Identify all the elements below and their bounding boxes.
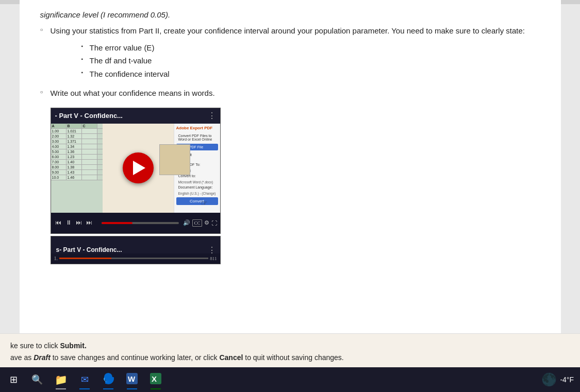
cell: 1.43 — [67, 170, 82, 175]
word-button[interactable]: W — [121, 368, 143, 391]
sub-item-1: The error value (E) — [81, 41, 540, 55]
weather-icon: 🌑 — [541, 372, 557, 387]
edge-indicator — [103, 388, 113, 389]
col-header-2: B — [67, 124, 82, 128]
play-icon — [133, 161, 145, 175]
mail-button[interactable]: ✉ — [73, 368, 96, 391]
spreadsheet-row: 3.00 1.371 — [51, 139, 103, 144]
temperature: -4°F — [560, 376, 574, 384]
spreadsheet-row: 4.00 1.34 — [51, 144, 103, 149]
captions-icon[interactable]: CC — [192, 219, 202, 227]
excel-icon: X — [150, 373, 161, 386]
cell: 1.32 — [67, 134, 82, 139]
spreadsheet-row: 6.00 1.23 — [51, 155, 103, 160]
settings-icon[interactable]: ⚙ — [204, 219, 209, 226]
mini-time-end: 811 — [210, 256, 217, 261]
weather-widget: 🌑 -4°F — [541, 372, 578, 387]
cell: 1.021 — [67, 129, 82, 133]
cell: 8.00 — [51, 165, 67, 169]
draft-label: Draft — [34, 353, 51, 362]
cell — [82, 149, 97, 154]
spreadsheet-row: 9.00 1.43 — [51, 170, 103, 175]
progress-fill — [102, 222, 132, 224]
svg-text:W: W — [128, 374, 136, 383]
video-spreadsheet: A B C 1.00 1.021 2.00 1.32 — [51, 124, 103, 213]
cell: 3.00 — [51, 139, 67, 144]
mail-indicator — [79, 388, 90, 389]
forward-icon[interactable]: ⏭ — [75, 219, 83, 227]
panel-item-1[interactable]: Convert PDF Files to Word or Excel Onlin… — [176, 132, 218, 143]
search-icon: 🔍 — [31, 374, 43, 385]
video-controls: ⏮ ⏸ ⏭ ⏭ 🔊 CC ⚙ ⛶ — [51, 213, 220, 233]
spreadsheet-row: 1.00 1.021 — [51, 129, 103, 134]
cell: 1.23 — [67, 155, 82, 159]
cell: 9.00 — [51, 170, 67, 175]
content-area: significance level (I recommend 0.05). U… — [40, 5, 540, 264]
rewind-icon[interactable]: ⏮ — [54, 219, 62, 227]
bullet-list: Using your statistics from Part II, crea… — [40, 25, 540, 99]
start-icon: ⊞ — [10, 374, 18, 385]
panel-item-6[interactable]: Document Language: — [176, 184, 218, 191]
cell — [82, 165, 97, 169]
thumbnail-image — [159, 144, 190, 175]
panel-sub3: English (U.S.) - (Change) — [176, 192, 218, 195]
video-wrapper: - Part V - Confidenc... ⋮ A B C — [51, 108, 221, 264]
spreadsheet-row: 7.00 1.40 — [51, 160, 103, 165]
excel-button[interactable]: X — [144, 368, 167, 391]
skip-icon[interactable]: ⏭ — [85, 219, 93, 227]
cursor-icon: ☞ — [166, 199, 208, 207]
mail-icon: ✉ — [81, 374, 89, 385]
sub-item-2: The df and t-value — [81, 54, 540, 67]
col-header-1: A — [51, 124, 67, 128]
excel-indicator — [151, 388, 161, 389]
bullet-item-1: Using your statistics from Part II, crea… — [40, 25, 540, 80]
cell — [82, 160, 97, 164]
play-pause-icon[interactable]: ⏸ — [64, 219, 73, 227]
cell: 10.0 — [51, 175, 67, 180]
cell: 7.00 — [51, 160, 67, 164]
cell: 1.00 — [51, 129, 67, 133]
footer-prefix-1: ke sure to click — [10, 342, 60, 350]
cell — [82, 129, 97, 133]
sub-item-3: The confidence interval — [81, 67, 540, 81]
file-explorer-button[interactable]: 📁 — [49, 368, 72, 391]
mini-progress[interactable] — [59, 258, 208, 259]
play-button[interactable] — [123, 152, 154, 183]
word-icon: W — [126, 373, 138, 387]
mini-video-bar[interactable]: s- Part V - Confidenc... ⋮ 1. 811 — [51, 236, 221, 264]
spreadsheet-row: 2.00 1.32 — [51, 134, 103, 139]
spreadsheet-row: A B C — [51, 124, 103, 129]
footer-line-2: ave as Draft to save changes and continu… — [10, 352, 570, 363]
panel-sub2: Microsoft Word (*.docx) — [176, 180, 218, 184]
start-button[interactable]: ⊞ — [2, 368, 25, 391]
main-video-box[interactable]: - Part V - Confidenc... ⋮ A B C — [51, 108, 221, 234]
sub-list: The error value (E) The df and t-value T… — [51, 41, 540, 81]
edge-icon — [103, 373, 114, 387]
spreadsheet-row: 8.00 1.38 — [51, 165, 103, 170]
footer-prefix-2: ave as — [10, 353, 34, 362]
footer-area: ke sure to click Submit. ave as Draft to… — [0, 333, 580, 367]
progress-bar[interactable] — [102, 222, 179, 224]
cell — [82, 144, 97, 149]
cell: 6.00 — [51, 155, 67, 159]
volume-icon[interactable]: 🔊 — [183, 219, 190, 226]
cell: 1.36 — [67, 149, 82, 154]
main-content: significance level (I recommend 0.05). U… — [20, 0, 561, 361]
cell: 1.38 — [67, 165, 82, 169]
submit-label: Submit. — [60, 342, 86, 350]
cell — [82, 170, 97, 175]
mini-progress-fill — [59, 258, 111, 259]
word-indicator — [127, 388, 137, 389]
edge-button[interactable] — [97, 368, 120, 391]
video-options-icon[interactable]: ⋮ — [208, 111, 216, 121]
cell — [82, 139, 97, 144]
video-title: - Part V - Confidenc... — [55, 112, 123, 120]
footer-middle: to save changes and continue working lat… — [51, 353, 220, 362]
adobe-panel-title: Adobe Export PDF — [176, 126, 218, 130]
taskbar: ⊞ 🔍 📁 ✉ W X 🌑 -4°F — [0, 367, 580, 392]
mini-video-title: s- Part V - Confidenc... — [51, 246, 208, 253]
footer-line-1: ke sure to click Submit. — [10, 340, 570, 351]
mini-time-start: 1. — [54, 255, 58, 261]
search-button[interactable]: 🔍 — [26, 368, 48, 391]
fullscreen-icon[interactable]: ⛶ — [211, 220, 217, 226]
